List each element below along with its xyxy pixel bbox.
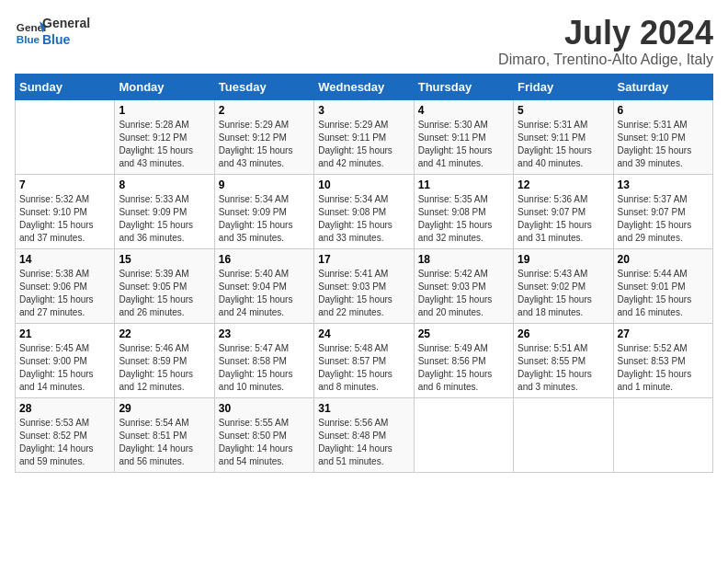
title-block: July 2024 Dimaro, Trentino-Alto Adige, I… — [498, 15, 713, 68]
col-header-monday: Monday — [115, 74, 214, 99]
cell-content: Sunrise: 5:47 AM Sunset: 8:58 PM Dayligh… — [219, 342, 310, 394]
day-number: 4 — [418, 104, 509, 117]
calendar-cell: 29Sunrise: 5:54 AM Sunset: 8:51 PM Dayli… — [115, 397, 214, 472]
calendar-cell: 9Sunrise: 5:34 AM Sunset: 9:09 PM Daylig… — [214, 174, 313, 248]
day-number: 19 — [518, 253, 609, 266]
cell-content: Sunrise: 5:51 AM Sunset: 8:55 PM Dayligh… — [518, 342, 609, 394]
calendar-cell: 28Sunrise: 5:53 AM Sunset: 8:52 PM Dayli… — [16, 397, 115, 472]
cell-content: Sunrise: 5:42 AM Sunset: 9:03 PM Dayligh… — [418, 268, 509, 319]
day-number: 22 — [119, 327, 210, 340]
day-number: 10 — [318, 178, 409, 191]
logo-blue: Blue — [42, 31, 90, 48]
calendar-cell: 27Sunrise: 5:52 AM Sunset: 8:53 PM Dayli… — [613, 323, 712, 397]
day-number: 5 — [518, 104, 609, 117]
cell-content: Sunrise: 5:53 AM Sunset: 8:52 PM Dayligh… — [19, 417, 110, 468]
calendar-cell: 20Sunrise: 5:44 AM Sunset: 9:01 PM Dayli… — [613, 248, 712, 323]
logo: General Blue General Blue — [15, 15, 90, 48]
day-number: 15 — [119, 253, 210, 266]
day-number: 18 — [418, 253, 509, 266]
day-number: 26 — [518, 327, 609, 340]
cell-content: Sunrise: 5:45 AM Sunset: 9:00 PM Dayligh… — [19, 342, 110, 394]
cell-content: Sunrise: 5:49 AM Sunset: 8:56 PM Dayligh… — [418, 342, 509, 394]
col-header-wednesday: Wednesday — [314, 74, 414, 99]
calendar-cell: 23Sunrise: 5:47 AM Sunset: 8:58 PM Dayli… — [214, 323, 313, 397]
location-title: Dimaro, Trentino-Alto Adige, Italy — [498, 52, 713, 68]
cell-content: Sunrise: 5:28 AM Sunset: 9:12 PM Dayligh… — [119, 119, 210, 170]
day-number: 13 — [618, 178, 709, 191]
day-number: 30 — [219, 402, 310, 415]
calendar-cell: 7Sunrise: 5:32 AM Sunset: 9:10 PM Daylig… — [16, 174, 115, 248]
calendar-cell: 5Sunrise: 5:31 AM Sunset: 9:11 PM Daylig… — [514, 99, 613, 174]
day-number: 20 — [618, 253, 709, 266]
cell-content: Sunrise: 5:55 AM Sunset: 8:50 PM Dayligh… — [219, 417, 310, 468]
calendar-cell: 19Sunrise: 5:43 AM Sunset: 9:02 PM Dayli… — [514, 248, 613, 323]
cell-content: Sunrise: 5:38 AM Sunset: 9:06 PM Dayligh… — [19, 268, 110, 319]
month-title: July 2024 — [498, 15, 713, 52]
day-number: 7 — [19, 178, 110, 191]
page-header: General Blue General Blue July 2024 Dima… — [15, 15, 713, 68]
day-number: 29 — [119, 402, 210, 415]
calendar-cell: 4Sunrise: 5:30 AM Sunset: 9:11 PM Daylig… — [414, 99, 513, 174]
svg-text:Blue: Blue — [17, 33, 40, 45]
col-header-sunday: Sunday — [16, 74, 115, 99]
cell-content: Sunrise: 5:43 AM Sunset: 9:02 PM Dayligh… — [518, 268, 609, 319]
day-number: 8 — [119, 178, 210, 191]
calendar-cell: 16Sunrise: 5:40 AM Sunset: 9:04 PM Dayli… — [214, 248, 313, 323]
day-number: 11 — [418, 178, 509, 191]
cell-content: Sunrise: 5:31 AM Sunset: 9:10 PM Dayligh… — [618, 119, 709, 170]
cell-content: Sunrise: 5:32 AM Sunset: 9:10 PM Dayligh… — [19, 193, 110, 245]
cell-content: Sunrise: 5:29 AM Sunset: 9:12 PM Dayligh… — [219, 119, 310, 170]
day-number: 21 — [19, 327, 110, 340]
cell-content: Sunrise: 5:29 AM Sunset: 9:11 PM Dayligh… — [318, 119, 409, 170]
cell-content: Sunrise: 5:48 AM Sunset: 8:57 PM Dayligh… — [318, 342, 409, 394]
cell-content: Sunrise: 5:46 AM Sunset: 8:59 PM Dayligh… — [119, 342, 210, 394]
day-number: 2 — [219, 104, 310, 117]
day-number: 6 — [618, 104, 709, 117]
calendar-cell: 15Sunrise: 5:39 AM Sunset: 9:05 PM Dayli… — [115, 248, 214, 323]
calendar-cell: 25Sunrise: 5:49 AM Sunset: 8:56 PM Dayli… — [414, 323, 513, 397]
calendar-cell — [414, 397, 513, 472]
cell-content: Sunrise: 5:41 AM Sunset: 9:03 PM Dayligh… — [318, 268, 409, 319]
col-header-tuesday: Tuesday — [214, 74, 313, 99]
day-number: 12 — [518, 178, 609, 191]
calendar-cell: 10Sunrise: 5:34 AM Sunset: 9:08 PM Dayli… — [314, 174, 414, 248]
cell-content: Sunrise: 5:44 AM Sunset: 9:01 PM Dayligh… — [618, 268, 709, 319]
logo-general: General — [42, 15, 90, 31]
cell-content: Sunrise: 5:34 AM Sunset: 9:09 PM Dayligh… — [219, 193, 310, 245]
day-number: 16 — [219, 253, 310, 266]
calendar-cell: 17Sunrise: 5:41 AM Sunset: 9:03 PM Dayli… — [314, 248, 414, 323]
cell-content: Sunrise: 5:30 AM Sunset: 9:11 PM Dayligh… — [418, 119, 509, 170]
calendar-cell — [613, 397, 712, 472]
day-number: 1 — [119, 104, 210, 117]
calendar-cell: 21Sunrise: 5:45 AM Sunset: 9:00 PM Dayli… — [16, 323, 115, 397]
calendar-cell: 14Sunrise: 5:38 AM Sunset: 9:06 PM Dayli… — [16, 248, 115, 323]
day-number: 31 — [318, 402, 409, 415]
calendar-table: SundayMondayTuesdayWednesdayThursdayFrid… — [15, 74, 713, 473]
calendar-cell: 26Sunrise: 5:51 AM Sunset: 8:55 PM Dayli… — [514, 323, 613, 397]
day-number: 28 — [19, 402, 110, 415]
col-header-friday: Friday — [514, 74, 613, 99]
calendar-cell: 30Sunrise: 5:55 AM Sunset: 8:50 PM Dayli… — [214, 397, 313, 472]
calendar-cell: 22Sunrise: 5:46 AM Sunset: 8:59 PM Dayli… — [115, 323, 214, 397]
day-number: 24 — [318, 327, 409, 340]
calendar-cell: 31Sunrise: 5:56 AM Sunset: 8:48 PM Dayli… — [314, 397, 414, 472]
calendar-cell: 1Sunrise: 5:28 AM Sunset: 9:12 PM Daylig… — [115, 99, 214, 174]
calendar-cell: 24Sunrise: 5:48 AM Sunset: 8:57 PM Dayli… — [314, 323, 414, 397]
cell-content: Sunrise: 5:35 AM Sunset: 9:08 PM Dayligh… — [418, 193, 509, 245]
cell-content: Sunrise: 5:56 AM Sunset: 8:48 PM Dayligh… — [318, 417, 409, 468]
cell-content: Sunrise: 5:54 AM Sunset: 8:51 PM Dayligh… — [119, 417, 210, 468]
calendar-cell: 11Sunrise: 5:35 AM Sunset: 9:08 PM Dayli… — [414, 174, 513, 248]
day-number: 25 — [418, 327, 509, 340]
calendar-cell: 12Sunrise: 5:36 AM Sunset: 9:07 PM Dayli… — [514, 174, 613, 248]
cell-content: Sunrise: 5:39 AM Sunset: 9:05 PM Dayligh… — [119, 268, 210, 319]
day-number: 14 — [19, 253, 110, 266]
cell-content: Sunrise: 5:52 AM Sunset: 8:53 PM Dayligh… — [618, 342, 709, 394]
cell-content: Sunrise: 5:40 AM Sunset: 9:04 PM Dayligh… — [219, 268, 310, 319]
day-number: 3 — [318, 104, 409, 117]
calendar-cell: 6Sunrise: 5:31 AM Sunset: 9:10 PM Daylig… — [613, 99, 712, 174]
calendar-cell: 3Sunrise: 5:29 AM Sunset: 9:11 PM Daylig… — [314, 99, 414, 174]
col-header-saturday: Saturday — [613, 74, 712, 99]
cell-content: Sunrise: 5:34 AM Sunset: 9:08 PM Dayligh… — [318, 193, 409, 245]
calendar-cell: 8Sunrise: 5:33 AM Sunset: 9:09 PM Daylig… — [115, 174, 214, 248]
cell-content: Sunrise: 5:37 AM Sunset: 9:07 PM Dayligh… — [618, 193, 709, 245]
